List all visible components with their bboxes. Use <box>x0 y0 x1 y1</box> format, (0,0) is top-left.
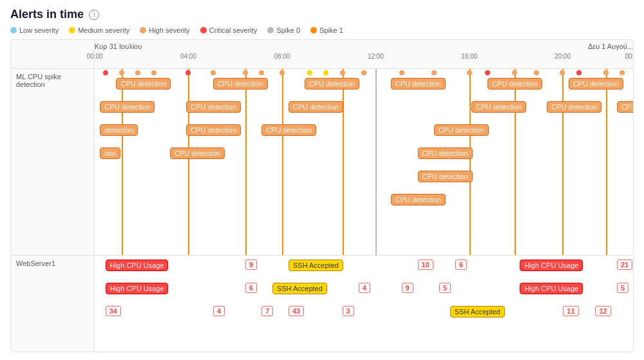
medium-severity-label: Medium severity <box>78 26 129 34</box>
time-header: Κυρ 31 Ιουλίου Δευ 1 Αυγού... 00:00 04:0… <box>11 40 633 69</box>
cpu-detect-21[interactable]: CPU detection <box>391 194 446 205</box>
dot-high-10 <box>399 70 404 75</box>
ml-cpu-content: CPU detection CPU detection CPU detectio… <box>95 69 633 255</box>
badge-4-1[interactable]: 4 <box>359 283 370 293</box>
critical-severity-dot <box>200 27 207 33</box>
spike-line-5 <box>343 69 344 255</box>
cpu-detect-11[interactable]: CPU detection <box>547 101 601 113</box>
ssh-accepted-3[interactable]: SSH Accepted <box>450 306 505 317</box>
cpu-detect-18[interactable]: CPU detection <box>170 147 225 159</box>
webserver-row: WebServer1 High CPU Usage 9 SSH Accepted… <box>11 256 633 352</box>
high-cpu-2[interactable]: High CPU Usage <box>520 260 583 271</box>
legend-high: High severity <box>140 26 190 34</box>
spike0-dot <box>267 27 274 33</box>
cpu-detect-17[interactable]: tion <box>100 147 120 159</box>
spike-line-9 <box>562 69 564 255</box>
badge-9-1[interactable]: 9 <box>245 260 257 270</box>
badge-4-2[interactable]: 4 <box>213 306 225 316</box>
webserver-content: High CPU Usage 9 SSH Accepted 10 6 High … <box>95 256 633 352</box>
badge-9-2[interactable]: 9 <box>402 283 413 293</box>
cpu-detect-14[interactable]: CPU detection <box>186 124 241 136</box>
ml-cpu-row: ML CPU spike detection <box>11 69 633 256</box>
spike-line-7 <box>469 69 471 255</box>
tick-0000-1: 00:00 <box>86 53 102 60</box>
low-severity-dot <box>10 27 17 33</box>
cpu-detect-4[interactable]: CPU detection <box>391 78 446 90</box>
badge-3[interactable]: 3 <box>343 306 354 316</box>
badge-43[interactable]: 43 <box>289 306 304 316</box>
cpu-detect-1[interactable]: CPU detection <box>116 78 171 90</box>
spike-line-1 <box>122 69 123 255</box>
legend: Low severity Medium severity High severi… <box>10 26 634 34</box>
cpu-detect-8[interactable]: CPU detection <box>186 101 241 113</box>
badge-5-1[interactable]: 5 <box>439 283 451 293</box>
dot-high-4 <box>211 70 216 75</box>
spike-line-10 <box>606 69 607 255</box>
page-title: Alerts in time <box>10 8 84 21</box>
high-cpu-4[interactable]: High CPU Usage <box>520 283 583 294</box>
high-cpu-1[interactable]: High CPU Usage <box>106 260 169 271</box>
cpu-detect-3[interactable]: CPU detection <box>305 78 359 90</box>
dot-critical-4 <box>576 70 582 75</box>
spike0-label: Spike 0 <box>276 26 300 34</box>
tick-0000-2: 00:00 <box>625 53 634 60</box>
ml-cpu-label: ML CPU spike detection <box>11 69 95 255</box>
chart-rows: ML CPU spike detection <box>11 69 633 352</box>
time-axis: Κυρ 31 Ιουλίου Δευ 1 Αυγού... 00:00 04:0… <box>95 40 633 68</box>
spike-line-2 <box>188 69 189 255</box>
badge-34[interactable]: 34 <box>106 306 121 316</box>
dot-high-6 <box>259 70 264 75</box>
badge-12[interactable]: 12 <box>595 306 611 316</box>
badge-21[interactable]: 21 <box>617 260 632 270</box>
cpu-detect-13[interactable]: detection <box>100 124 138 136</box>
spike-line-4 <box>282 69 283 255</box>
info-icon[interactable]: i <box>89 10 99 20</box>
cpu-detect-2[interactable]: CPU detection <box>213 78 268 90</box>
legend-medium: Medium severity <box>69 26 129 34</box>
legend-critical: Critical severity <box>200 26 258 34</box>
legend-spike1: Spike 1 <box>310 26 343 34</box>
badge-5-2[interactable]: 5 <box>617 283 629 293</box>
dot-critical-1 <box>103 70 108 75</box>
critical-severity-label: Critical severity <box>209 26 258 34</box>
cpu-detect-7[interactable]: CPU detection <box>100 101 155 113</box>
cpu-detect-6[interactable]: CPU detection <box>569 78 623 90</box>
header-label-spacer <box>11 40 95 68</box>
badge-6-1[interactable]: 6 <box>455 260 467 270</box>
chart-area: Κυρ 31 Ιουλίου Δευ 1 Αυγού... 00:00 04:0… <box>10 39 634 352</box>
tick-0800: 08:00 <box>274 53 290 60</box>
legend-low: Low severity <box>10 26 59 34</box>
cpu-detect-20[interactable]: CPU detection <box>418 171 473 182</box>
tick-2000: 20:00 <box>554 53 571 60</box>
spike-line-3 <box>245 69 247 255</box>
cpu-detect-15[interactable]: CPU detection <box>261 124 316 136</box>
cpu-detect-9[interactable]: CPU detection <box>289 101 343 113</box>
low-severity-label: Low severity <box>19 26 59 34</box>
cpu-detect-19[interactable]: CPU detection <box>418 147 473 159</box>
dot-high-2 <box>135 70 140 75</box>
badge-11[interactable]: 11 <box>563 306 578 316</box>
cpu-detect-10[interactable]: CPU detection <box>471 101 526 113</box>
spike-line-8 <box>515 69 516 255</box>
legend-spike0: Spike 0 <box>267 26 300 34</box>
webserver-label: WebServer1 <box>11 256 95 352</box>
ssh-accepted-1[interactable]: SSH Accepted <box>289 260 343 271</box>
tick-1200: 12:00 <box>368 53 384 60</box>
high-severity-dot <box>140 27 146 33</box>
ssh-accepted-2[interactable]: SSH Accepted <box>272 283 327 294</box>
dot-medium-2 <box>323 70 328 75</box>
badge-6-2[interactable]: 6 <box>245 283 257 293</box>
badge-7[interactable]: 7 <box>261 306 273 316</box>
dot-critical-3 <box>485 70 490 75</box>
cpu-detect-5[interactable]: CPU detection <box>488 78 542 90</box>
high-severity-label: High severity <box>149 26 190 34</box>
dot-high-17 <box>620 70 625 75</box>
cpu-detect-16[interactable]: CPU detection <box>434 124 489 136</box>
tick-1600: 16:00 <box>461 53 477 60</box>
dot-high-14 <box>534 70 539 75</box>
spike1-label: Spike 1 <box>319 26 343 34</box>
medium-severity-dot <box>69 27 75 33</box>
high-cpu-3[interactable]: High CPU Usage <box>106 283 169 294</box>
badge-10[interactable]: 10 <box>418 260 433 270</box>
cpu-detect-12[interactable]: CP... <box>617 101 633 113</box>
